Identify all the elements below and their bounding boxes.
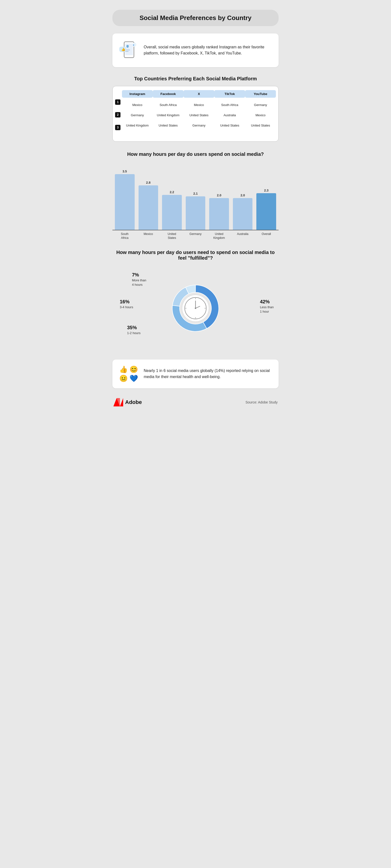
donut-section: How many hours per day do users need to … [113, 250, 278, 350]
adobe-brand-name: Adobe [125, 399, 142, 405]
footer: Adobe Source: Adobe Study [113, 396, 278, 409]
facebook-rank1: South Africa [153, 100, 183, 110]
heart-icon: 💙 [129, 374, 139, 382]
youtube-rank2: Mexico [245, 111, 276, 120]
source-text: Source: Adobe Study [245, 400, 278, 404]
social-media-icon: 👍 ♥ [119, 39, 139, 61]
bar-rect-1 [139, 185, 158, 230]
rank-column: 1 2 3 [115, 90, 120, 137]
svg-marker-19 [120, 398, 123, 406]
bar-rect-2 [162, 195, 182, 230]
tiktok-rank3: United States [214, 121, 245, 130]
bar-value-6: 2.3 [264, 189, 269, 192]
youtube-rank3: United States [245, 121, 276, 130]
col-x: X Mexico United States Germany [183, 90, 214, 137]
rank-badge-2: 2 [115, 112, 120, 118]
rank-badge-3: 3 [115, 125, 120, 130]
svg-point-2 [126, 45, 129, 48]
bar-rect-0 [115, 174, 134, 230]
tiktok-rank2: Australia [214, 111, 245, 120]
bar-group-5: 2.0 [233, 193, 253, 230]
smiley-icon: 😊 [129, 365, 139, 373]
facebook-rank2: United Kingdom [153, 111, 183, 120]
bar-group-0: 3.5 [115, 169, 134, 230]
bottom-text: Nearly 1 in 6 social media users globall… [144, 368, 272, 380]
bar-group-6: 2.3 [257, 189, 276, 230]
page: Social Media Preferences by Country 👍 ♥ [108, 5, 283, 414]
table-section: Top Countries Preferring Each Social Med… [113, 76, 278, 142]
x-rank2: United States [183, 111, 214, 120]
col-youtube: YouTube Germany Mexico United States [245, 90, 276, 137]
bar-chart: 3.52.82.22.12.02.02.3 [113, 162, 278, 230]
bottom-card: 👍 😊 😐 💙 Nearly 1 in 6 social media users… [113, 360, 278, 388]
intro-text: Overall, social media users globally ran… [144, 44, 272, 56]
bar-rect-3 [186, 196, 206, 230]
page-title: Social Media Preferences by Country [120, 14, 271, 22]
bar-value-2: 2.2 [170, 190, 174, 194]
x-rank1: Mexico [183, 100, 214, 110]
col-facebook: Facebook South Africa United Kingdom Uni… [153, 90, 183, 137]
platform-table: 1 2 3 Instagram Mexico Germany United Ki… [113, 86, 278, 142]
bar-rect-6 [257, 193, 276, 230]
thumbs-up-icon: 👍 [119, 365, 128, 373]
x-rank3: Germany [183, 121, 214, 130]
bar-group-4: 2.0 [209, 193, 229, 230]
bar-chart-title: How many hours per day do users spend on… [113, 151, 278, 157]
adobe-logo: Adobe [113, 398, 142, 406]
bar-value-1: 2.8 [146, 181, 151, 184]
svg-text:♥: ♥ [133, 44, 134, 46]
col-header-instagram: Instagram [122, 90, 153, 98]
col-instagram: Instagram Mexico Germany United Kingdom [122, 90, 153, 137]
title-bar: Social Media Preferences by Country [113, 10, 278, 26]
svg-rect-1 [125, 43, 133, 55]
bar-chart-section: How many hours per day do users spend on… [113, 151, 278, 240]
emoji-icons: 👍 😊 😐 💙 [119, 365, 139, 382]
table-section-title: Top Countries Preferring Each Social Med… [113, 76, 278, 82]
bar-rect-5 [233, 198, 253, 230]
donut-label-16pct: 16% 3-4 hours [120, 299, 133, 309]
donut-svg [164, 276, 227, 340]
bar-value-5: 2.0 [240, 193, 245, 197]
bar-value-3: 2.1 [193, 192, 198, 195]
donut-label-42pct: 42% Less than1 hour [260, 299, 274, 314]
intro-card: 👍 ♥ Overall, social media users globally… [113, 33, 278, 67]
bar-label-2: UnitedStates [162, 232, 182, 240]
bar-label-4: UnitedKingdom [209, 232, 229, 240]
bar-value-4: 2.0 [217, 193, 221, 197]
table-columns: Instagram Mexico Germany United Kingdom … [122, 90, 276, 137]
bar-label-6: Overall [257, 232, 276, 240]
donut-container: 7% More than4 hours 16% 3-4 hours 35% 1-… [113, 267, 278, 350]
bar-value-0: 3.5 [122, 169, 127, 173]
instagram-rank3: United Kingdom [122, 121, 153, 130]
col-header-x: X [183, 90, 214, 98]
instagram-rank2: Germany [122, 111, 153, 120]
neutral-icon: 😐 [119, 374, 128, 382]
bar-group-3: 2.1 [186, 192, 206, 230]
donut-chart-title: How many hours per day do users need to … [113, 250, 278, 261]
bar-label-1: Mexico [139, 232, 158, 240]
col-header-facebook: Facebook [153, 90, 183, 98]
instagram-rank1: Mexico [122, 100, 153, 110]
col-header-youtube: YouTube [245, 90, 276, 98]
adobe-logo-svg [113, 398, 123, 406]
bar-label-3: Germany [186, 232, 206, 240]
bar-label-0: SouthAfrica [115, 232, 134, 240]
bar-label-5: Australia [233, 232, 253, 240]
col-tiktok: TikTok South Africa Australia United Sta… [214, 90, 245, 137]
bar-group-2: 2.2 [162, 190, 182, 230]
bar-group-1: 2.8 [139, 181, 158, 230]
col-header-tiktok: TikTok [214, 90, 245, 98]
donut-label-7pct: 7% More than4 hours [132, 272, 146, 287]
rank-badge-1: 1 [115, 99, 120, 105]
tiktok-rank1: South Africa [214, 100, 245, 110]
bar-rect-4 [209, 198, 229, 230]
facebook-rank3: United States [153, 121, 183, 130]
youtube-rank1: Germany [245, 100, 276, 110]
bar-labels: SouthAfricaMexicoUnitedStatesGermanyUnit… [113, 230, 278, 240]
svg-text:👍: 👍 [121, 48, 126, 52]
donut-label-35pct: 35% 1-2 hours [127, 324, 141, 335]
